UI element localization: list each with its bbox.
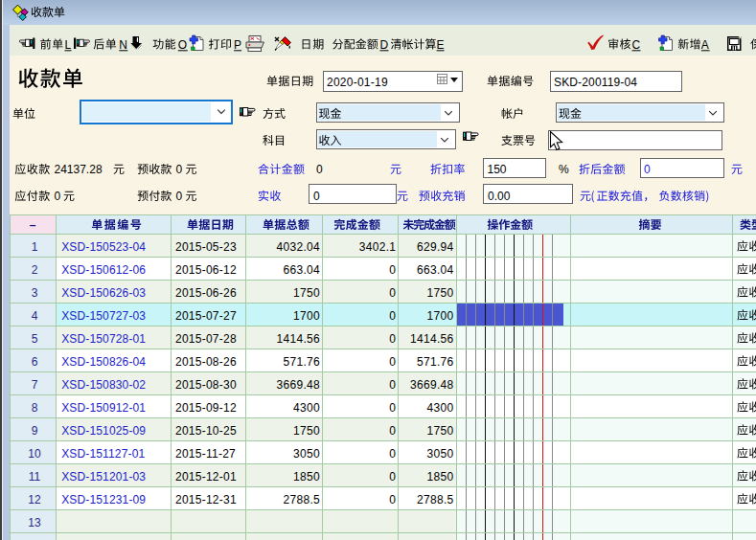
svg-text:0: 0 bbox=[176, 163, 183, 176]
svg-text:2015-08-30: 2015-08-30 bbox=[175, 378, 237, 392]
svg-text:3050: 3050 bbox=[293, 447, 320, 461]
svg-text:3: 3 bbox=[32, 286, 38, 300]
svg-text:0: 0 bbox=[389, 286, 396, 300]
svg-text:2015-07-27: 2015-07-27 bbox=[175, 309, 237, 323]
svg-text:XSD-150912-01: XSD-150912-01 bbox=[61, 401, 146, 415]
svg-text:0: 0 bbox=[389, 493, 396, 506]
svg-text:1750: 1750 bbox=[427, 286, 454, 300]
svg-text:10: 10 bbox=[28, 447, 41, 461]
svg-text:SKD-200119-04: SKD-200119-04 bbox=[554, 76, 637, 89]
svg-text:XSD-150826-04: XSD-150826-04 bbox=[61, 355, 146, 369]
svg-text:2015-10-25: 2015-10-25 bbox=[175, 424, 237, 438]
svg-text:N: N bbox=[119, 38, 127, 52]
svg-text:0: 0 bbox=[389, 263, 396, 277]
svg-text:663.04: 663.04 bbox=[417, 263, 454, 277]
svg-text:0: 0 bbox=[389, 424, 396, 438]
svg-text:1750: 1750 bbox=[293, 286, 320, 300]
svg-text:3402.1: 3402.1 bbox=[359, 240, 397, 254]
svg-text:2020-01-19: 2020-01-19 bbox=[327, 76, 388, 89]
svg-text:–: – bbox=[30, 218, 36, 232]
svg-text:1700: 1700 bbox=[293, 309, 320, 323]
svg-text:P: P bbox=[234, 38, 241, 52]
svg-text:2788.5: 2788.5 bbox=[417, 493, 454, 506]
svg-text:0: 0 bbox=[176, 190, 183, 203]
svg-text:2015-12-01: 2015-12-01 bbox=[175, 470, 237, 484]
svg-text:0: 0 bbox=[313, 190, 320, 203]
svg-text:XSD-151025-09: XSD-151025-09 bbox=[61, 424, 146, 438]
svg-text:12: 12 bbox=[28, 493, 41, 506]
svg-text:XSD-150727-03: XSD-150727-03 bbox=[61, 309, 146, 323]
svg-text:3050: 3050 bbox=[427, 447, 454, 461]
svg-text:1750: 1750 bbox=[427, 424, 454, 438]
svg-text:XSD-150523-04: XSD-150523-04 bbox=[61, 240, 146, 254]
svg-text:XSD-150830-02: XSD-150830-02 bbox=[61, 378, 146, 392]
svg-text:XSD-150626-03: XSD-150626-03 bbox=[61, 286, 146, 300]
svg-text:1850: 1850 bbox=[293, 470, 320, 484]
svg-text:3669.48: 3669.48 bbox=[277, 378, 321, 392]
svg-text:2015-11-27: 2015-11-27 bbox=[175, 447, 236, 461]
svg-text:2015-08-26: 2015-08-26 bbox=[175, 355, 237, 369]
svg-text:%: % bbox=[559, 163, 569, 176]
svg-text:571.76: 571.76 bbox=[417, 355, 454, 369]
svg-text:0: 0 bbox=[389, 401, 396, 415]
svg-text:0: 0 bbox=[389, 309, 396, 323]
svg-text:1850: 1850 bbox=[427, 470, 454, 484]
svg-text:2788.5: 2788.5 bbox=[283, 493, 320, 506]
svg-text:1414.56: 1414.56 bbox=[277, 332, 321, 346]
svg-text:1700: 1700 bbox=[427, 309, 454, 323]
svg-text:2015-06-12: 2015-06-12 bbox=[175, 263, 237, 277]
svg-text:XSD-150612-06: XSD-150612-06 bbox=[61, 263, 146, 277]
svg-text:XSD-150728-01: XSD-150728-01 bbox=[61, 332, 146, 346]
svg-text:E: E bbox=[437, 38, 445, 52]
svg-text:4300: 4300 bbox=[427, 401, 454, 415]
svg-text:C: C bbox=[632, 38, 641, 52]
svg-text:7: 7 bbox=[32, 378, 38, 392]
svg-text:0: 0 bbox=[389, 470, 396, 484]
svg-text:8: 8 bbox=[32, 401, 38, 415]
svg-text:O: O bbox=[178, 38, 187, 52]
svg-text:2015-05-23: 2015-05-23 bbox=[175, 240, 237, 254]
svg-text:0: 0 bbox=[55, 190, 61, 203]
svg-text:571.76: 571.76 bbox=[283, 355, 320, 369]
svg-text:5: 5 bbox=[32, 332, 38, 346]
svg-text:6: 6 bbox=[32, 355, 38, 369]
svg-text:2015-06-26: 2015-06-26 bbox=[175, 286, 237, 300]
svg-text:0: 0 bbox=[316, 163, 323, 176]
svg-text:24137.28: 24137.28 bbox=[55, 163, 103, 176]
svg-text:XSD-151201-03: XSD-151201-03 bbox=[61, 470, 146, 484]
svg-text:0.00: 0.00 bbox=[488, 190, 511, 203]
svg-text:2015-07-28: 2015-07-28 bbox=[175, 332, 237, 346]
svg-text:4: 4 bbox=[32, 309, 38, 323]
svg-text:11: 11 bbox=[29, 470, 41, 484]
svg-text:A: A bbox=[701, 38, 709, 52]
svg-text:9: 9 bbox=[32, 424, 38, 438]
svg-text:1: 1 bbox=[32, 240, 38, 254]
svg-text:629.94: 629.94 bbox=[417, 240, 454, 254]
svg-text:1750: 1750 bbox=[293, 424, 320, 438]
svg-text:4032.04: 4032.04 bbox=[277, 240, 321, 254]
svg-text:L: L bbox=[65, 38, 72, 52]
svg-text:D: D bbox=[380, 38, 389, 52]
svg-text:2: 2 bbox=[32, 263, 38, 277]
svg-text:4300: 4300 bbox=[293, 401, 320, 415]
svg-text:0: 0 bbox=[389, 378, 396, 392]
svg-text:XSD-151127-01: XSD-151127-01 bbox=[61, 447, 145, 461]
svg-text:0: 0 bbox=[644, 163, 651, 176]
svg-text:0: 0 bbox=[389, 355, 396, 369]
svg-text:663.04: 663.04 bbox=[283, 263, 320, 277]
svg-text:2015-12-31: 2015-12-31 bbox=[175, 493, 237, 506]
svg-text:150: 150 bbox=[488, 163, 507, 176]
svg-text:13: 13 bbox=[28, 516, 41, 529]
svg-text:3669.48: 3669.48 bbox=[410, 378, 454, 392]
svg-text:2015-09-12: 2015-09-12 bbox=[175, 401, 237, 415]
svg-text:XSD-151231-09: XSD-151231-09 bbox=[61, 493, 146, 506]
svg-text:0: 0 bbox=[389, 447, 396, 461]
svg-text:0: 0 bbox=[389, 332, 396, 346]
svg-text:1414.56: 1414.56 bbox=[410, 332, 454, 346]
